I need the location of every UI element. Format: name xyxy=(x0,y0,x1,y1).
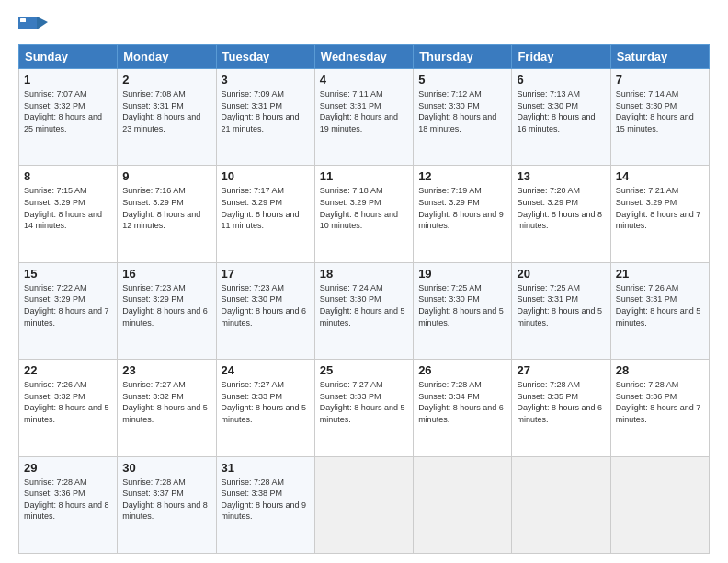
day-info: Sunrise: 7:26 AMSunset: 3:31 PMDaylight:… xyxy=(616,282,704,328)
day-info: Sunrise: 7:09 AMSunset: 3:31 PMDaylight:… xyxy=(222,88,310,134)
col-header-saturday: Saturday xyxy=(610,45,709,69)
day-info: Sunrise: 7:28 AMSunset: 3:35 PMDaylight:… xyxy=(517,379,605,425)
day-number: 26 xyxy=(418,363,506,377)
calendar-cell: 4Sunrise: 7:11 AMSunset: 3:31 PMDaylight… xyxy=(314,69,413,166)
calendar-cell: 29Sunrise: 7:28 AMSunset: 3:36 PMDayligh… xyxy=(19,456,118,553)
day-info: Sunrise: 7:21 AMSunset: 3:29 PMDaylight:… xyxy=(616,185,704,231)
day-info: Sunrise: 7:28 AMSunset: 3:34 PMDaylight:… xyxy=(418,379,506,425)
day-number: 4 xyxy=(320,73,408,86)
day-number: 7 xyxy=(616,73,704,86)
logo-icon xyxy=(18,15,48,37)
day-number: 31 xyxy=(222,461,310,475)
calendar-cell: 19Sunrise: 7:25 AMSunset: 3:30 PMDayligh… xyxy=(414,262,512,359)
day-info: Sunrise: 7:25 AMSunset: 3:31 PMDaylight:… xyxy=(517,282,605,328)
day-info: Sunrise: 7:18 AMSunset: 3:29 PMDaylight:… xyxy=(320,185,408,231)
day-info: Sunrise: 7:08 AMSunset: 3:31 PMDaylight:… xyxy=(122,88,210,134)
calendar-cell: 20Sunrise: 7:25 AMSunset: 3:31 PMDayligh… xyxy=(512,262,610,359)
day-info: Sunrise: 7:24 AMSunset: 3:30 PMDaylight:… xyxy=(320,282,408,328)
day-info: Sunrise: 7:27 AMSunset: 3:32 PMDaylight:… xyxy=(122,379,210,425)
day-number: 21 xyxy=(616,267,704,281)
calendar-week-row: 1Sunrise: 7:07 AMSunset: 3:32 PMDaylight… xyxy=(19,69,710,166)
day-number: 5 xyxy=(418,73,506,86)
calendar-cell: 6Sunrise: 7:13 AMSunset: 3:30 PMDaylight… xyxy=(512,69,610,166)
day-number: 12 xyxy=(418,169,506,183)
calendar-cell: 1Sunrise: 7:07 AMSunset: 3:32 PMDaylight… xyxy=(19,69,118,166)
day-number: 20 xyxy=(517,267,605,281)
day-info: Sunrise: 7:17 AMSunset: 3:29 PMDaylight:… xyxy=(222,185,310,231)
day-number: 15 xyxy=(24,267,112,281)
calendar-cell: 7Sunrise: 7:14 AMSunset: 3:30 PMDaylight… xyxy=(610,69,709,166)
calendar-week-row: 8Sunrise: 7:15 AMSunset: 3:29 PMDaylight… xyxy=(19,166,710,262)
calendar-cell: 26Sunrise: 7:28 AMSunset: 3:34 PMDayligh… xyxy=(414,360,512,456)
day-number: 17 xyxy=(222,267,310,281)
svg-rect-2 xyxy=(20,18,26,22)
page: SundayMondayTuesdayWednesdayThursdayFrid… xyxy=(0,0,728,563)
col-header-monday: Monday xyxy=(118,45,216,69)
calendar-cell: 16Sunrise: 7:23 AMSunset: 3:29 PMDayligh… xyxy=(118,262,216,359)
day-info: Sunrise: 7:16 AMSunset: 3:29 PMDaylight:… xyxy=(122,185,210,231)
calendar-cell: 14Sunrise: 7:21 AMSunset: 3:29 PMDayligh… xyxy=(610,166,709,262)
calendar-cell: 22Sunrise: 7:26 AMSunset: 3:32 PMDayligh… xyxy=(19,360,118,456)
day-number: 16 xyxy=(122,267,210,281)
calendar-header-row: SundayMondayTuesdayWednesdayThursdayFrid… xyxy=(19,45,710,69)
calendar-week-row: 29Sunrise: 7:28 AMSunset: 3:36 PMDayligh… xyxy=(19,456,710,553)
calendar-cell: 8Sunrise: 7:15 AMSunset: 3:29 PMDaylight… xyxy=(19,166,118,262)
calendar-cell: 3Sunrise: 7:09 AMSunset: 3:31 PMDaylight… xyxy=(216,69,314,166)
day-number: 3 xyxy=(222,73,310,86)
calendar-cell: 24Sunrise: 7:27 AMSunset: 3:33 PMDayligh… xyxy=(216,360,314,456)
day-number: 27 xyxy=(517,363,605,377)
day-info: Sunrise: 7:13 AMSunset: 3:30 PMDaylight:… xyxy=(517,88,605,134)
day-number: 28 xyxy=(616,363,704,377)
calendar: SundayMondayTuesdayWednesdayThursdayFrid… xyxy=(18,44,710,554)
day-number: 24 xyxy=(222,363,310,377)
day-info: Sunrise: 7:28 AMSunset: 3:36 PMDaylight:… xyxy=(616,379,704,425)
calendar-cell: 13Sunrise: 7:20 AMSunset: 3:29 PMDayligh… xyxy=(512,166,610,262)
col-header-thursday: Thursday xyxy=(414,45,512,69)
day-number: 13 xyxy=(517,169,605,183)
day-info: Sunrise: 7:12 AMSunset: 3:30 PMDaylight:… xyxy=(418,88,506,134)
day-info: Sunrise: 7:28 AMSunset: 3:36 PMDaylight:… xyxy=(24,477,112,523)
calendar-cell: 25Sunrise: 7:27 AMSunset: 3:33 PMDayligh… xyxy=(314,360,413,456)
day-info: Sunrise: 7:27 AMSunset: 3:33 PMDaylight:… xyxy=(320,379,408,425)
day-number: 10 xyxy=(222,169,310,183)
col-header-friday: Friday xyxy=(512,45,610,69)
day-info: Sunrise: 7:23 AMSunset: 3:30 PMDaylight:… xyxy=(222,282,310,328)
col-header-sunday: Sunday xyxy=(19,45,118,69)
day-info: Sunrise: 7:25 AMSunset: 3:30 PMDaylight:… xyxy=(418,282,506,328)
calendar-cell: 27Sunrise: 7:28 AMSunset: 3:35 PMDayligh… xyxy=(512,360,610,456)
day-info: Sunrise: 7:14 AMSunset: 3:30 PMDaylight:… xyxy=(616,88,704,134)
day-number: 25 xyxy=(320,363,408,377)
day-info: Sunrise: 7:20 AMSunset: 3:29 PMDaylight:… xyxy=(517,185,605,231)
col-header-tuesday: Tuesday xyxy=(216,45,314,69)
day-number: 2 xyxy=(122,73,210,86)
day-number: 19 xyxy=(418,267,506,281)
calendar-cell: 21Sunrise: 7:26 AMSunset: 3:31 PMDayligh… xyxy=(610,262,709,359)
day-number: 18 xyxy=(320,267,408,281)
col-header-wednesday: Wednesday xyxy=(314,45,413,69)
day-number: 11 xyxy=(320,169,408,183)
day-number: 30 xyxy=(122,461,210,475)
day-number: 1 xyxy=(24,73,112,86)
day-info: Sunrise: 7:15 AMSunset: 3:29 PMDaylight:… xyxy=(24,185,112,231)
calendar-cell: 18Sunrise: 7:24 AMSunset: 3:30 PMDayligh… xyxy=(314,262,413,359)
calendar-cell: 30Sunrise: 7:28 AMSunset: 3:37 PMDayligh… xyxy=(118,456,216,553)
day-info: Sunrise: 7:22 AMSunset: 3:29 PMDaylight:… xyxy=(24,282,112,328)
header xyxy=(18,15,710,37)
calendar-cell: 11Sunrise: 7:18 AMSunset: 3:29 PMDayligh… xyxy=(314,166,413,262)
day-info: Sunrise: 7:07 AMSunset: 3:32 PMDaylight:… xyxy=(24,88,112,134)
day-number: 14 xyxy=(616,169,704,183)
day-number: 6 xyxy=(517,73,605,86)
day-number: 22 xyxy=(24,363,112,377)
calendar-cell: 2Sunrise: 7:08 AMSunset: 3:31 PMDaylight… xyxy=(118,69,216,166)
calendar-cell: 10Sunrise: 7:17 AMSunset: 3:29 PMDayligh… xyxy=(216,166,314,262)
day-info: Sunrise: 7:28 AMSunset: 3:38 PMDaylight:… xyxy=(222,477,310,523)
day-info: Sunrise: 7:23 AMSunset: 3:29 PMDaylight:… xyxy=(122,282,210,328)
calendar-cell xyxy=(314,456,413,553)
day-number: 8 xyxy=(24,169,112,183)
calendar-cell: 15Sunrise: 7:22 AMSunset: 3:29 PMDayligh… xyxy=(19,262,118,359)
logo xyxy=(18,15,51,37)
svg-marker-1 xyxy=(37,17,48,29)
day-number: 29 xyxy=(24,461,112,475)
calendar-cell xyxy=(512,456,610,553)
calendar-cell: 12Sunrise: 7:19 AMSunset: 3:29 PMDayligh… xyxy=(414,166,512,262)
